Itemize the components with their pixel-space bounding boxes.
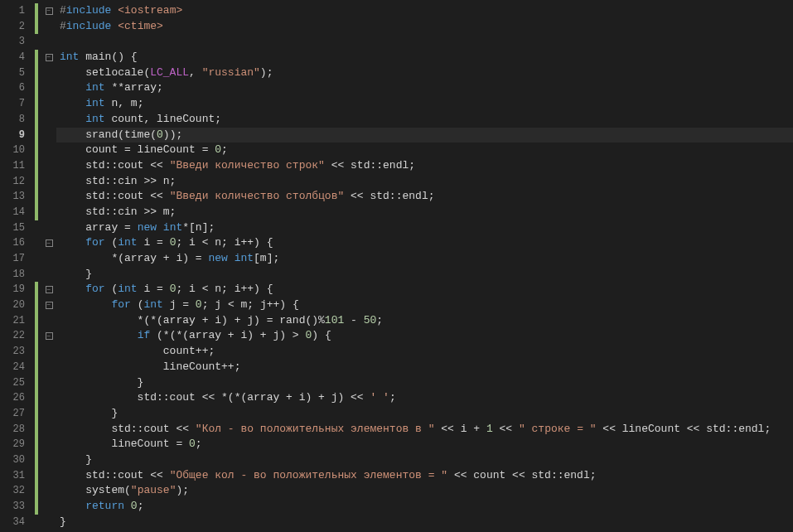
token-id: ));: [163, 128, 182, 141]
code-line[interactable]: for (int i = 0; i < n; i++) {: [56, 282, 793, 297]
token-num: 50: [364, 314, 377, 326]
code-line[interactable]: if (*(*(array + i) + j) > 0) {: [56, 328, 793, 344]
code-line[interactable]: *(*(array + i) + j) = rand()%101 - 50;: [56, 313, 793, 329]
token-id: ; j < m; j++) {: [202, 298, 299, 311]
fold-toggle[interactable]: −: [41, 3, 56, 19]
token-kw: return: [85, 500, 124, 512]
code-line[interactable]: std::cin >> m;: [56, 205, 793, 220]
code-area[interactable]: #include <iostream>#include <ctime>int m…: [56, 0, 793, 532]
token-kw: new: [138, 221, 157, 234]
code-line[interactable]: system("pause");: [56, 483, 793, 499]
line-number: 20: [0, 297, 35, 313]
code-line[interactable]: std::cout << "Общее кол - во положительн…: [56, 468, 793, 484]
code-line[interactable]: lineCount = 0;: [56, 437, 793, 452]
token-kw: new: [208, 252, 227, 264]
token-id: [60, 500, 85, 512]
code-line[interactable]: std::cout << "Введи количество строк" <<…: [56, 158, 793, 174]
change-marker: [35, 128, 41, 143]
code-line[interactable]: #include <ctime>: [56, 19, 793, 35]
fold-toggle: [41, 499, 56, 515]
change-marker: [35, 422, 41, 438]
token-id: count, lineCount;: [105, 113, 221, 125]
change-marker: [35, 235, 41, 251]
code-line[interactable]: }: [56, 267, 793, 283]
code-line[interactable]: int n, m;: [56, 96, 793, 112]
token-id: ; i < n; i++) {: [176, 283, 273, 295]
code-line[interactable]: count++;: [56, 344, 793, 360]
token-num: 0: [196, 298, 202, 311]
fold-toggle: [41, 437, 56, 452]
code-line[interactable]: }: [56, 515, 793, 530]
line-number: 29: [0, 437, 35, 452]
change-marker: [35, 390, 41, 406]
code-editor[interactable]: 1234567891011121314151617181920212223242…: [0, 0, 793, 532]
code-line[interactable]: return 0;: [56, 499, 793, 515]
fold-toggle[interactable]: −: [41, 235, 56, 251]
fold-toggle: [41, 251, 56, 267]
code-line[interactable]: }: [56, 375, 793, 391]
token-kw: int: [85, 97, 104, 109]
token-id: lineCount++;: [60, 360, 240, 373]
token-id: std::cout <<: [60, 423, 196, 435]
line-number: 7: [0, 96, 35, 112]
minus-icon: −: [46, 332, 53, 340]
token-id: }: [60, 453, 92, 466]
fold-toggle: [41, 344, 56, 360]
minus-icon: −: [46, 286, 53, 293]
fold-toggle[interactable]: −: [41, 282, 56, 297]
code-line[interactable]: lineCount++;: [56, 360, 793, 375]
code-line[interactable]: for (int i = 0; i < n; i++) {: [56, 235, 793, 251]
token-id: (*(*(array + i) + j) >: [150, 329, 305, 341]
code-line[interactable]: count = lineCount = 0;: [56, 143, 793, 158]
token-id: count = lineCount =: [60, 143, 215, 156]
code-line[interactable]: setlocale(LC_ALL, "russian");: [56, 65, 793, 81]
code-line[interactable]: std::cout << *(*(array + i) + j) << ' ';: [56, 390, 793, 406]
token-id: );: [260, 66, 273, 79]
change-marker: [35, 406, 41, 422]
token-str: "russian": [202, 66, 260, 79]
code-line[interactable]: }: [56, 452, 793, 468]
code-line[interactable]: std::cout << "Кол - во положительных эле…: [56, 422, 793, 438]
code-line[interactable]: int main() {: [56, 50, 793, 65]
code-line[interactable]: #include <iostream>: [56, 3, 793, 19]
code-line[interactable]: for (int j = 0; j < m; j++) {: [56, 297, 793, 313]
change-marker: [35, 515, 41, 530]
token-str: "pause": [131, 484, 176, 496]
token-id: **array;: [105, 81, 163, 94]
fold-toggle[interactable]: −: [41, 328, 56, 344]
minus-icon: −: [46, 7, 53, 15]
token-id: }: [60, 407, 118, 419]
line-number: 11: [0, 158, 35, 174]
code-line[interactable]: array = new int*[n];: [56, 220, 793, 236]
line-number: 8: [0, 112, 35, 128]
fold-toggle: [41, 174, 56, 190]
code-line[interactable]: *(array + i) = new int[m];: [56, 251, 793, 267]
line-number: 18: [0, 267, 35, 283]
code-line[interactable]: srand(time(0));: [56, 128, 793, 143]
token-id: count++;: [60, 345, 215, 357]
fold-toggle[interactable]: −: [41, 50, 56, 65]
code-line[interactable]: std::cout << "Введи количество столбцов"…: [56, 189, 793, 205]
code-line[interactable]: int count, lineCount;: [56, 112, 793, 128]
code-line[interactable]: }: [56, 406, 793, 422]
code-line[interactable]: int **array;: [56, 80, 793, 96]
token-kw: include: [66, 4, 112, 17]
code-line[interactable]: std::cin >> n;: [56, 174, 793, 190]
fold-toggle: [41, 375, 56, 391]
line-number: 19: [0, 282, 35, 297]
token-kw: int: [60, 51, 79, 63]
token-kw: for: [111, 298, 130, 311]
token-id: std::cout << *(*(array + i) + j) <<: [60, 391, 370, 404]
token-id: (: [131, 298, 144, 311]
minus-icon: −: [46, 302, 53, 309]
change-marker: [35, 452, 41, 468]
change-marker: [35, 65, 41, 81]
fold-toggle: [41, 422, 56, 438]
token-id: *[n];: [182, 221, 215, 234]
token-id: [60, 298, 111, 311]
minus-icon: −: [46, 239, 53, 247]
change-marker: [35, 80, 41, 96]
token-id: << i +: [434, 423, 486, 435]
fold-toggle[interactable]: −: [41, 297, 56, 313]
code-line[interactable]: [56, 34, 793, 50]
